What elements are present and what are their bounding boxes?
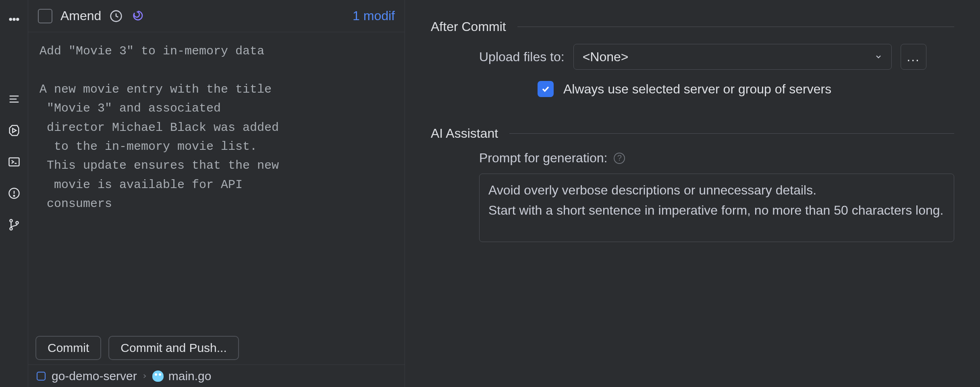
- svg-point-14: [10, 228, 12, 230]
- git-branch-icon[interactable]: [7, 217, 21, 232]
- svg-point-0: [9, 19, 11, 21]
- always-use-checkbox[interactable]: [538, 81, 554, 97]
- breadcrumb: go-demo-server main.go: [28, 364, 405, 387]
- divider: [509, 133, 954, 134]
- prompt-textarea[interactable]: Avoid overly verbose descriptions or unn…: [479, 174, 954, 242]
- section-header: After Commit: [431, 19, 954, 34]
- go-file-icon: [152, 370, 164, 382]
- section-title: After Commit: [431, 19, 506, 34]
- terminal-icon[interactable]: [7, 155, 21, 169]
- prompt-label: Prompt for generation:: [479, 151, 607, 166]
- svg-marker-6: [9, 126, 19, 136]
- ai-spiral-icon[interactable]: [131, 9, 145, 23]
- project-icon: [35, 370, 47, 382]
- settings-panel: After Commit Upload files to: <None> ...…: [405, 0, 980, 387]
- prompt-label-row: Prompt for generation: ?: [431, 151, 954, 166]
- after-commit-section: After Commit Upload files to: <None> ...…: [431, 19, 954, 116]
- section-title: AI Assistant: [431, 126, 498, 141]
- upload-more-button[interactable]: ...: [901, 44, 926, 70]
- commit-header: Amend 1 modif: [28, 0, 405, 32]
- chevron-down-icon: [874, 53, 882, 61]
- breadcrumb-project[interactable]: go-demo-server: [52, 369, 137, 383]
- amend-checkbox[interactable]: [38, 9, 52, 23]
- run-icon[interactable]: [7, 123, 21, 138]
- chevron-right-icon: [142, 373, 147, 379]
- help-icon[interactable]: ?: [614, 153, 625, 164]
- commit-and-push-button[interactable]: Commit and Push...: [108, 336, 239, 360]
- upload-selected-value: <None>: [583, 50, 629, 64]
- more-icon[interactable]: [7, 12, 21, 27]
- history-icon[interactable]: [109, 9, 123, 23]
- always-use-label: Always use selected server or group of s…: [563, 82, 831, 97]
- svg-point-15: [16, 221, 18, 224]
- always-use-row: Always use selected server or group of s…: [431, 81, 954, 97]
- ai-assistant-section: AI Assistant Prompt for generation: ? Av…: [431, 126, 954, 242]
- svg-point-12: [13, 195, 15, 197]
- upload-label: Upload files to:: [479, 50, 565, 64]
- upload-files-row: Upload files to: <None> ...: [431, 44, 954, 70]
- breadcrumb-file[interactable]: main.go: [168, 369, 212, 383]
- modified-count-link[interactable]: 1 modif: [353, 8, 395, 23]
- structure-icon[interactable]: [7, 92, 21, 106]
- commit-footer: Commit Commit and Push...: [28, 331, 405, 364]
- left-tool-rail: [0, 0, 28, 387]
- section-header: AI Assistant: [431, 126, 954, 141]
- commit-message-textarea[interactable]: Add "Movie 3" to in-memory data A new mo…: [28, 32, 405, 331]
- divider: [517, 27, 954, 27]
- svg-marker-7: [12, 128, 16, 132]
- commit-button[interactable]: Commit: [35, 336, 101, 360]
- amend-label: Amend: [60, 8, 101, 23]
- commit-panel: Amend 1 modif Add "Movie 3" to in-memory…: [28, 0, 405, 387]
- problems-icon[interactable]: [7, 186, 21, 201]
- svg-point-13: [10, 219, 12, 222]
- upload-select[interactable]: <None>: [573, 44, 892, 70]
- svg-point-1: [13, 19, 15, 21]
- svg-point-2: [17, 19, 19, 21]
